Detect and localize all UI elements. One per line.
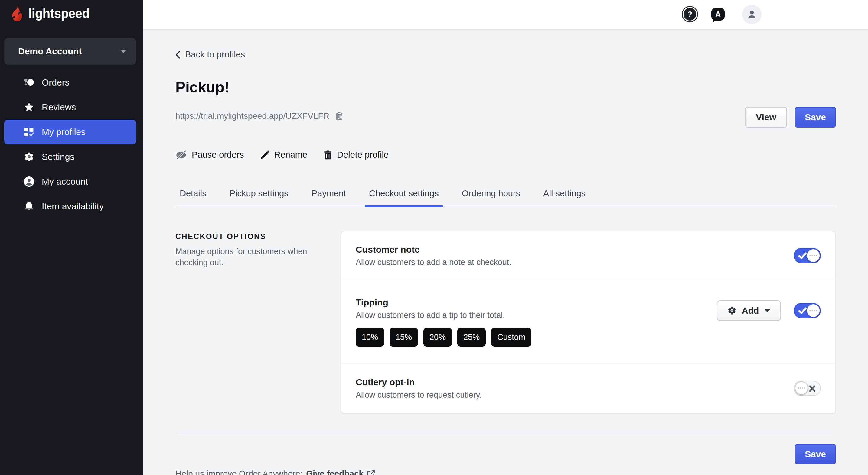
tip-chip-custom[interactable]: Custom [491, 328, 531, 347]
logo-wordmark: lightspeed [28, 6, 90, 21]
tip-chip-25[interactable]: 25% [457, 328, 486, 347]
sidebar-item-label: Settings [42, 152, 74, 162]
sidebar-item-my-profiles[interactable]: My profiles [4, 120, 136, 144]
pencil-icon [260, 150, 270, 160]
tipping-row: Tipping Allow customers to add a tip to … [341, 280, 835, 363]
customer-note-toggle[interactable] [794, 248, 821, 263]
page-title: Pickup! [176, 78, 229, 96]
pause-orders-button[interactable]: Pause orders [176, 150, 244, 160]
tipping-toggle[interactable] [794, 303, 821, 318]
tab-details[interactable]: Details [176, 185, 211, 207]
check-icon [799, 307, 807, 314]
cutlery-text: Cutlery opt-in Allow customers to reques… [356, 377, 482, 400]
toggle-knob [807, 249, 819, 262]
main-content: Back to profiles Pickup! https://trial.m… [143, 29, 868, 475]
cutlery-opt-in-row: Cutlery opt-in Allow customers to reques… [341, 363, 835, 413]
checkout-options-card: Customer note Allow customers to add a n… [341, 231, 836, 414]
trash-icon [323, 150, 332, 160]
row-description: Allow customers to request cutlery. [356, 391, 482, 400]
person-icon [24, 176, 34, 187]
save-button-label: Save [805, 449, 826, 459]
language-icon[interactable]: A [711, 8, 725, 21]
tip-chip-20[interactable]: 20% [424, 328, 452, 347]
section-heading: CHECKOUT OPTIONS [176, 232, 266, 241]
tab-label: Details [180, 189, 207, 199]
tab-bar: Details Pickup settings Payment Checkout… [176, 185, 836, 207]
tab-label: Payment [311, 189, 346, 199]
rename-label: Rename [274, 150, 308, 160]
add-tip-dropdown-button[interactable]: Add [717, 300, 781, 321]
save-button-bottom[interactable]: Save [795, 444, 836, 464]
sidebar-item-label: My account [42, 176, 88, 187]
account-selector-label: Demo Account [18, 46, 120, 57]
help-icon[interactable]: ? [683, 8, 696, 21]
sidebar-nav: Orders Reviews [4, 70, 136, 219]
cutlery-toggle[interactable] [794, 381, 821, 396]
tab-pickup-settings[interactable]: Pickup settings [225, 185, 293, 207]
chevron-left-icon [176, 51, 180, 59]
toggle-knob [807, 304, 819, 317]
bell-icon [24, 202, 34, 211]
sidebar-item-my-account[interactable]: My account [4, 169, 136, 194]
help-glyph: ? [688, 10, 692, 19]
section-description: Manage options for customers when checki… [176, 246, 328, 268]
feedback-row: Help us improve Order Anywhere: Give fee… [176, 469, 375, 475]
profile-actions: Pause orders Rename Delete profile [176, 150, 389, 160]
star-icon [24, 102, 34, 112]
sidebar-item-item-availability[interactable]: Item availability [4, 194, 136, 219]
tab-payment[interactable]: Payment [307, 185, 350, 207]
copy-url-icon[interactable] [335, 111, 344, 121]
tab-checkout-settings[interactable]: Checkout settings [365, 185, 443, 207]
sidebar: lightspeed Demo Account Orders [0, 0, 143, 475]
toggle-knob [795, 381, 808, 395]
pause-orders-label: Pause orders [192, 150, 244, 160]
delete-profile-label: Delete profile [337, 150, 389, 160]
tipping-controls: Add [717, 300, 821, 321]
feedback-prefix: Help us improve Order Anywhere: [176, 469, 303, 475]
row-description: Allow customers to add a note at checkou… [356, 258, 512, 267]
tab-label: Checkout settings [369, 189, 439, 199]
save-button-label: Save [805, 112, 826, 123]
external-link-icon [367, 470, 375, 475]
avatar-person-icon [746, 9, 757, 20]
chevron-down-icon [764, 309, 770, 312]
tab-ordering-hours[interactable]: Ordering hours [458, 185, 524, 207]
delete-profile-button[interactable]: Delete profile [323, 150, 389, 160]
profile-url-row: https://trial.mylightspeed.app/UZXFVLFR [176, 111, 344, 121]
language-glyph: A [715, 10, 721, 19]
sidebar-item-orders[interactable]: Orders [4, 70, 136, 95]
give-feedback-link[interactable]: Give feedback [306, 469, 364, 475]
lightspeed-logo: lightspeed [10, 5, 90, 22]
profiles-grid-icon [24, 127, 34, 137]
header-buttons: View Save [745, 107, 836, 128]
tab-label: Pickup settings [229, 189, 288, 199]
gear-icon [24, 152, 34, 162]
avatar[interactable] [742, 5, 762, 24]
orders-icon [24, 79, 34, 86]
customer-note-row: Customer note Allow customers to add a n… [341, 232, 835, 280]
chevron-down-icon [120, 49, 126, 53]
topbar: ? A [143, 0, 868, 29]
eye-off-icon [176, 150, 187, 160]
customer-note-text: Customer note Allow customers to add a n… [356, 244, 512, 267]
footer-save: Save [795, 444, 836, 464]
x-icon [809, 385, 816, 392]
add-button-label: Add [742, 306, 759, 316]
profile-url[interactable]: https://trial.mylightspeed.app/UZXFVLFR [176, 111, 329, 121]
sidebar-item-reviews[interactable]: Reviews [4, 95, 136, 120]
tip-chip-15[interactable]: 15% [390, 328, 418, 347]
tab-label: All settings [543, 189, 586, 199]
check-icon [799, 252, 807, 260]
tab-all-settings[interactable]: All settings [539, 185, 590, 207]
sidebar-item-settings[interactable]: Settings [4, 144, 136, 169]
sidebar-item-label: Orders [42, 77, 69, 88]
flame-icon [10, 5, 24, 22]
tip-chip-10[interactable]: 10% [356, 328, 384, 347]
view-button[interactable]: View [745, 107, 787, 128]
back-to-profiles-link[interactable]: Back to profiles [176, 49, 245, 60]
account-selector[interactable]: Demo Account [4, 38, 136, 65]
rename-button[interactable]: Rename [260, 150, 308, 160]
save-button[interactable]: Save [795, 107, 836, 128]
sidebar-item-label: My profiles [42, 127, 86, 137]
back-label: Back to profiles [185, 49, 245, 60]
